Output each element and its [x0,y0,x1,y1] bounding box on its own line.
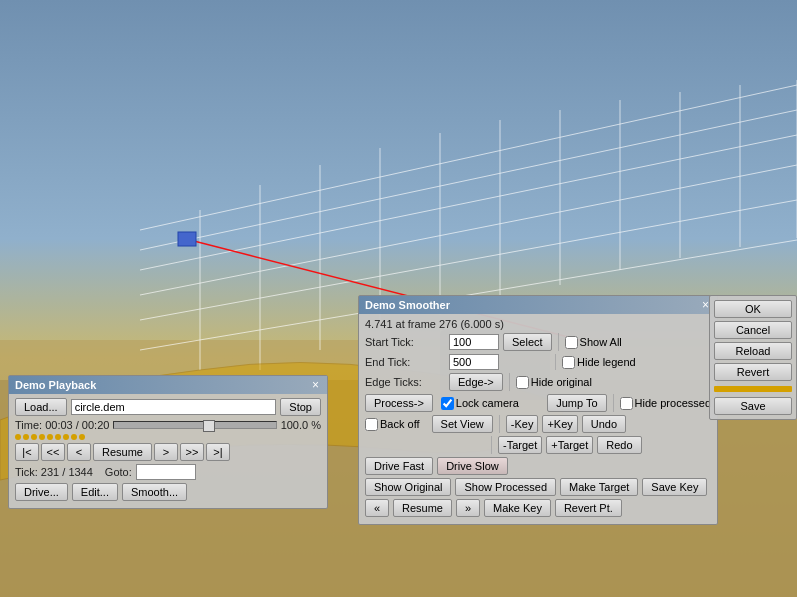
demo-smoother-title: Demo Smoother [365,299,450,311]
revert-pt-button[interactable]: Revert Pt. [555,499,622,517]
nav-end-button[interactable]: >| [206,443,230,461]
hide-processed-checkbox[interactable] [620,397,633,410]
save-indicator [714,386,792,392]
demo-smoother-titlebar: Demo Smoother × [359,296,717,314]
drive-fast-button[interactable]: Drive Fast [365,457,433,475]
edge-button[interactable]: Edge-> [449,373,503,391]
smoother-edge-row: Edge Ticks: Edge-> Hide original [365,373,711,391]
show-all-checkbox[interactable] [565,336,578,349]
tick-dots [15,434,85,440]
start-tick-input[interactable] [449,334,499,350]
lock-camera-checkbox[interactable] [441,397,454,410]
time-display: Time: 00:03 / 00:20 [15,419,109,431]
back-off-label[interactable]: Back off [365,418,420,431]
filename-input[interactable] [71,399,277,415]
tick-dot [55,434,61,440]
resume-center-button[interactable]: Resume [393,499,452,517]
playback-row-dots [15,434,321,440]
lock-camera-text: Lock camera [456,397,519,409]
drive-button[interactable]: Drive... [15,483,68,501]
hide-original-label[interactable]: Hide original [516,376,592,389]
make-target-button[interactable]: Make Target [560,478,638,496]
tick-dot [15,434,21,440]
start-tick-label: Start Tick: [365,336,445,348]
cancel-button[interactable]: Cancel [714,321,792,339]
demo-playback-close[interactable]: × [310,378,321,392]
demo-playback-titlebar: Demo Playback × [9,376,327,394]
progress-track[interactable] [113,421,276,429]
tick-dot [63,434,69,440]
select-button[interactable]: Select [503,333,552,351]
lock-camera-label[interactable]: Lock camera [441,397,519,410]
nav-start-button[interactable]: |< [15,443,39,461]
hide-original-checkbox[interactable] [516,376,529,389]
demo-playback-body: Load... Stop Time: 00:03 / 00:20 100.0 % [9,394,327,508]
right-panel: OK Cancel Reload Revert Save [709,295,797,420]
save-button[interactable]: Save [714,397,792,415]
playback-row-tick: Tick: 231 / 1344 Goto: [15,464,321,480]
hide-legend-label[interactable]: Hide legend [562,356,636,369]
edit-button[interactable]: Edit... [72,483,118,501]
nav-next-button[interactable]: > [154,443,178,461]
nav-prev-button[interactable]: < [67,443,91,461]
hide-processed-label[interactable]: Hide processed [620,397,711,410]
show-original-button[interactable]: Show Original [365,478,451,496]
end-tick-input[interactable] [449,354,499,370]
back-off-text: Back off [380,418,420,430]
divider5 [499,415,500,433]
save-key-button[interactable]: Save Key [642,478,707,496]
jump-to-button[interactable]: Jump To [547,394,606,412]
progress-thumb[interactable] [203,420,215,432]
make-key-button[interactable]: Make Key [484,499,551,517]
undo-button[interactable]: Undo [582,415,626,433]
ok-button[interactable]: OK [714,300,792,318]
minus-target-button[interactable]: -Target [498,436,542,454]
divider [558,333,559,351]
nav-prev-fast-button[interactable]: << [41,443,65,461]
svg-rect-21 [178,232,196,246]
demo-playback-title: Demo Playback [15,379,96,391]
tick-display: Tick: 231 / 1344 [15,466,93,478]
smoother-process-row: Process-> Lock camera Jump To Hide proce… [365,394,711,412]
edge-ticks-label: Edge Ticks: [365,376,445,388]
smoother-show-row: Show Original Show Processed Make Target… [365,478,711,496]
goto-input[interactable] [136,464,196,480]
resume-prev-button[interactable]: « [365,499,389,517]
nav-next-fast-button[interactable]: >> [180,443,204,461]
nav-resume-button[interactable]: Resume [93,443,152,461]
smooth-button[interactable]: Smooth... [122,483,187,501]
stop-button[interactable]: Stop [280,398,321,416]
back-off-checkbox[interactable] [365,418,378,431]
smoother-target-row: -Target +Target Redo [365,436,711,454]
process-button[interactable]: Process-> [365,394,433,412]
end-tick-label: End Tick: [365,356,445,368]
resume-next-button[interactable]: » [456,499,480,517]
revert-button[interactable]: Revert [714,363,792,381]
load-button[interactable]: Load... [15,398,67,416]
hide-processed-text: Hide processed [635,397,711,409]
plus-target-button[interactable]: +Target [546,436,593,454]
hide-legend-checkbox[interactable] [562,356,575,369]
smoother-drive-row: Drive Fast Drive Slow [365,457,711,475]
show-all-text: Show All [580,336,622,348]
drive-slow-button[interactable]: Drive Slow [437,457,508,475]
demo-smoother-panel: Demo Smoother × 4.741 at frame 276 (6.00… [358,295,718,525]
reload-button[interactable]: Reload [714,342,792,360]
progress-pct: 100.0 % [281,419,321,431]
redo-button[interactable]: Redo [597,436,641,454]
nav-buttons: |< << < Resume > >> >| [15,443,230,461]
goto-label: Goto: [105,466,132,478]
minus-key-button[interactable]: -Key [506,415,539,433]
frame-info: 4.741 at frame 276 (6.000 s) [365,318,504,330]
show-processed-button[interactable]: Show Processed [455,478,556,496]
show-all-label[interactable]: Show All [565,336,622,349]
demo-playback-panel: Demo Playback × Load... Stop Time: 00:03… [8,375,328,509]
smoother-resume-row: « Resume » Make Key Revert Pt. [365,499,711,517]
tick-dot [31,434,37,440]
divider2 [555,354,556,370]
set-view-button[interactable]: Set View [432,415,493,433]
plus-key-button[interactable]: +Key [542,415,577,433]
hide-legend-text: Hide legend [577,356,636,368]
smoother-end-tick-row: End Tick: Hide legend [365,354,711,370]
smoother-start-tick-row: Start Tick: Select Show All [365,333,711,351]
